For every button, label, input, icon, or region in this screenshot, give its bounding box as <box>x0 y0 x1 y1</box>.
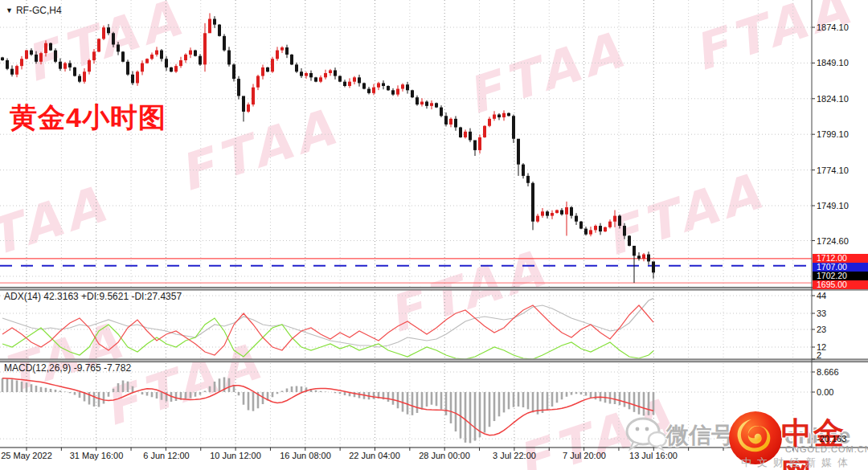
candle-body <box>63 63 67 69</box>
price-tick-label: 1849.10 <box>817 58 849 67</box>
candle-body <box>271 59 274 72</box>
candle-body <box>473 140 477 149</box>
date-tick-label: 28 Jun 00:00 <box>407 451 481 460</box>
adx-series <box>2 298 653 359</box>
candle-body <box>20 59 23 66</box>
candle-body <box>59 62 62 69</box>
candle-body <box>126 62 129 75</box>
macd-indicator-label: MACD(12,26,9) -9.765 -7.782 <box>4 362 131 374</box>
price-tick-label: 1824.10 <box>817 94 849 104</box>
candle-body <box>1 57 4 60</box>
candle-body <box>575 216 578 222</box>
candle-body <box>642 255 645 259</box>
candle-body <box>416 97 419 104</box>
candle-body <box>411 90 414 97</box>
candle-body <box>541 211 544 215</box>
candlestick-series <box>1 13 655 283</box>
candle-body <box>613 216 616 222</box>
symbol-label[interactable]: ▼RF-GC,H4 <box>6 5 62 16</box>
candle-body <box>358 77 361 83</box>
candle-body <box>522 165 525 176</box>
candle-body <box>618 216 621 226</box>
macd-tick-label: 0.00 <box>817 387 833 397</box>
candle-body <box>203 33 207 64</box>
candle-body <box>560 210 563 215</box>
candle-body <box>517 139 520 165</box>
candle-body <box>131 75 134 84</box>
adx-tick-label: 44 <box>817 291 826 300</box>
candle-body <box>430 103 433 106</box>
candle-body <box>334 70 337 76</box>
adx-tick-label: 23 <box>817 325 826 334</box>
date-tick-label: 16 Jun 08:00 <box>268 451 342 460</box>
candle-body <box>319 77 322 81</box>
candle-body <box>420 102 424 105</box>
candle-body <box>213 19 216 25</box>
candle-body <box>507 113 510 116</box>
candle-body <box>594 226 597 230</box>
candle-body <box>83 72 86 81</box>
candle-body <box>174 66 178 72</box>
candle-body <box>68 63 72 67</box>
candle-body <box>256 76 260 88</box>
candle-body <box>338 76 342 82</box>
candle-body <box>121 51 125 61</box>
date-tick-label: 13 Jul 16:00 <box>616 451 690 460</box>
candle-body <box>589 230 592 234</box>
candle-body <box>502 113 506 117</box>
adx-tick-label: 2 <box>817 350 821 360</box>
price-tick-label: 1724.60 <box>817 236 849 246</box>
candle-body <box>261 67 264 76</box>
candle-body <box>227 51 231 65</box>
candle-body <box>579 222 583 229</box>
candle-body <box>570 207 573 216</box>
candle-body <box>637 255 641 259</box>
candle-body <box>6 60 9 69</box>
adx-line-+DI <box>2 318 653 359</box>
candle-body <box>483 126 486 137</box>
candle-body <box>608 222 612 227</box>
candle-body <box>353 77 356 81</box>
candle-body <box>652 261 655 272</box>
candle-body <box>435 103 438 107</box>
candle-body <box>136 72 139 83</box>
candle-body <box>647 255 650 262</box>
candle-body <box>155 51 158 55</box>
price-tick-label: 1799.10 <box>817 129 849 139</box>
candle-body <box>565 207 568 215</box>
gridlines <box>0 0 812 448</box>
candle-body <box>199 56 202 65</box>
candle-body <box>343 82 346 86</box>
candle-body <box>459 127 462 137</box>
candle-body <box>252 88 255 104</box>
candle-body <box>469 132 472 141</box>
candle-body <box>170 67 173 72</box>
candle-body <box>25 51 28 59</box>
candle-body <box>488 119 491 126</box>
price-level-lines <box>0 259 812 283</box>
candle-body <box>30 51 33 55</box>
candle-body <box>97 39 100 51</box>
candle-body <box>497 115 501 118</box>
candle-body <box>531 183 534 222</box>
date-tick-label: 6 Jun 12:00 <box>129 451 203 460</box>
candle-body <box>599 226 602 231</box>
candle-body <box>362 83 366 88</box>
collapse-triangle-icon[interactable]: ▼ <box>6 6 13 14</box>
macd-tick-label: 8.666 <box>817 367 839 377</box>
candle-body <box>92 51 96 60</box>
candle-body <box>150 55 154 59</box>
candle-body <box>237 79 240 96</box>
chart-canvas[interactable] <box>0 0 868 470</box>
candle-body <box>290 55 293 64</box>
price-tick-label: 1874.10 <box>817 22 849 32</box>
candle-body <box>44 43 47 53</box>
candle-body <box>425 102 428 106</box>
candle-body <box>628 235 631 245</box>
candle-body <box>223 36 226 51</box>
price-tick-label: 1749.10 <box>817 201 849 210</box>
candle-body <box>49 43 52 51</box>
adx-indicator-label: ADX(14) 42.3163 +DI:9.5621 -DI:27.4357 <box>4 291 182 302</box>
candle-body <box>242 96 245 112</box>
candle-body <box>300 72 303 76</box>
